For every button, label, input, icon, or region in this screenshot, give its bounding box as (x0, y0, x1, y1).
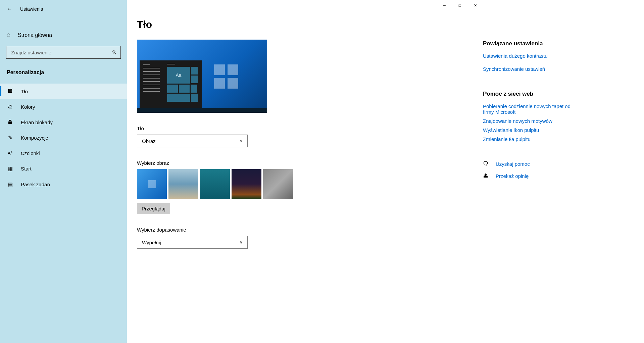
nav-label: Tło (21, 89, 28, 94)
lock-screen-icon: 🔒︎ (7, 119, 13, 125)
nav-label: Pasek zadań (21, 182, 50, 187)
start-icon: ▦ (7, 165, 13, 172)
nav-item-background[interactable]: 🖼︎ Tło (0, 84, 127, 99)
preview-sample-text: Aa (167, 67, 190, 84)
nav-label: Ekran blokady (21, 119, 53, 125)
thumbnail-1[interactable] (137, 169, 167, 199)
picture-icon: 🖼︎ (7, 88, 13, 94)
nav-label: Kolory (21, 104, 35, 110)
sidebar: ← Ustawienia ⌂ Strona główna 🔍︎ Personal… (0, 0, 127, 343)
dropdown-value: Obraz (142, 138, 156, 144)
sidebar-header: ← Ustawienia (0, 3, 127, 15)
search-input[interactable] (6, 46, 121, 59)
nav-item-colors[interactable]: 🎨︎ Kolory (0, 99, 127, 114)
palette-icon: 🎨︎ (7, 104, 13, 110)
app-title: Ustawienia (20, 6, 43, 12)
feedback-icon: 👤︎ (483, 173, 489, 179)
close-button[interactable]: ✕ (467, 0, 483, 11)
search-box: 🔍︎ (6, 46, 121, 59)
home-label: Strona główna (18, 32, 52, 38)
choose-image-label: Wybierz obraz (137, 160, 469, 166)
preview-start-menu: Aa (140, 60, 202, 108)
thumbnail-3[interactable] (200, 169, 230, 199)
background-type-dropdown[interactable]: Obraz ∨ (137, 135, 248, 147)
desktop-preview: Aa (137, 40, 267, 113)
get-help-row: 🗨︎ Uzyskaj pomoc (483, 161, 631, 167)
fonts-icon: AA (7, 151, 13, 156)
themes-icon: ✎︎ (7, 135, 13, 141)
web-help-link-wallpapers[interactable]: Pobieranie codziennie nowych tapet od fi… (483, 103, 577, 115)
web-help-link-desktop-icons[interactable]: Wyświetlanie ikon pulpitu (483, 127, 631, 133)
dropdown-value: Wypełnij (142, 240, 161, 245)
maximize-button[interactable]: □ (452, 0, 467, 11)
thumbnail-2[interactable] (168, 169, 198, 199)
browse-button[interactable]: Przeglądaj (137, 203, 170, 214)
web-help-link-themes[interactable]: Znajdowanie nowych motywów (483, 118, 631, 124)
nav-label: Czcionki (21, 150, 40, 156)
windows-logo-icon (214, 64, 238, 89)
nav-item-lockscreen[interactable]: 🔒︎ Ekran blokady (0, 114, 127, 130)
nav-item-themes[interactable]: ✎︎ Kompozycje (0, 130, 127, 146)
right-pane: Powiązane ustawienia Ustawienia dużego k… (483, 0, 644, 343)
main-content: ─ □ ✕ Tło Aa (127, 0, 483, 343)
fit-dropdown-label: Wybierz dopasowanie (137, 227, 469, 233)
related-settings-heading: Powiązane ustawienia (483, 40, 631, 47)
back-arrow-icon[interactable]: ← (7, 6, 12, 12)
background-dropdown-label: Tło (137, 126, 469, 131)
page-title: Tło (137, 19, 469, 30)
feedback-link[interactable]: Przekaż opinię (496, 173, 529, 179)
home-icon: ⌂ (7, 32, 10, 39)
category-label: Personalizacja (0, 65, 127, 84)
fit-dropdown[interactable]: Wypełnij ∨ (137, 236, 248, 249)
feedback-row: 👤︎ Przekaż opinię (483, 173, 631, 179)
chevron-down-icon: ∨ (240, 240, 243, 245)
nav-item-start[interactable]: ▦ Start (0, 161, 127, 177)
preview-taskbar (137, 108, 267, 113)
get-help-link[interactable]: Uzyskaj pomoc (496, 161, 530, 167)
web-help-heading: Pomoc z sieci web (483, 91, 631, 97)
search-icon: 🔍︎ (112, 50, 117, 55)
thumbnail-5[interactable] (263, 169, 293, 199)
nav-item-fonts[interactable]: AA Czcionki (0, 146, 127, 161)
help-icon: 🗨︎ (483, 161, 489, 167)
thumbnail-4[interactable] (232, 169, 261, 199)
taskbar-icon: ▤ (7, 181, 13, 188)
nav-label: Start (21, 166, 32, 172)
minimize-button[interactable]: ─ (437, 0, 452, 11)
nav-label: Kompozycje (21, 135, 48, 141)
home-button[interactable]: ⌂ Strona główna (0, 27, 127, 43)
web-help-link-change-bg[interactable]: Zmienianie tła pulpitu (483, 136, 631, 142)
image-thumbnails (137, 169, 469, 199)
chevron-down-icon: ∨ (240, 139, 243, 143)
related-link-sync[interactable]: Synchronizowanie ustawień (483, 66, 631, 72)
related-link-contrast[interactable]: Ustawienia dużego kontrastu (483, 53, 631, 59)
nav-item-taskbar[interactable]: ▤ Pasek zadań (0, 177, 127, 192)
window-controls: ─ □ ✕ (437, 0, 483, 11)
